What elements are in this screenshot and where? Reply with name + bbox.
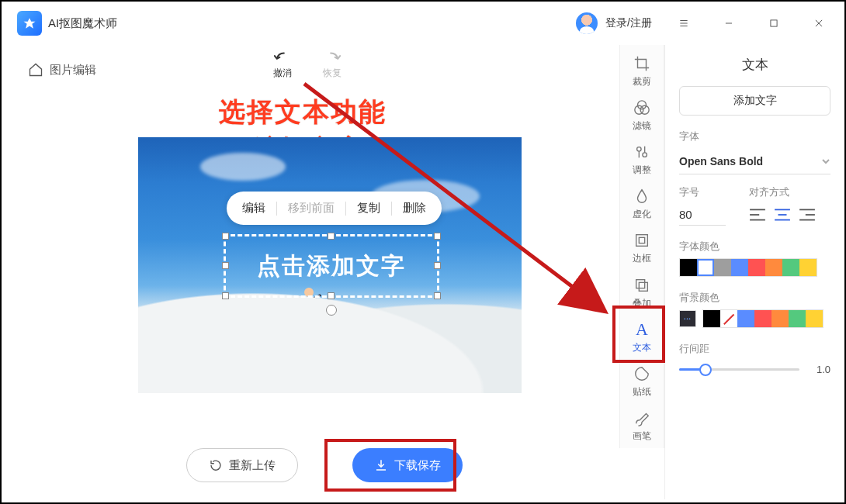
maximize-button[interactable] (761, 10, 787, 36)
align-label: 对齐方式 (749, 185, 816, 199)
reupload-button[interactable]: 重新上传 (186, 448, 298, 482)
bg-color-label: 背景颜色 (679, 291, 830, 305)
tool-filter[interactable]: 滤镜 (619, 94, 664, 138)
brush-icon (633, 409, 650, 426)
slider-knob[interactable] (699, 364, 712, 376)
tool-text[interactable]: A文本 (619, 316, 664, 360)
color-swatch[interactable] (680, 259, 697, 276)
tool-overlay[interactable]: 叠加 (619, 271, 664, 316)
app-title: AI抠图魔术师 (48, 16, 117, 31)
align-right-button[interactable] (799, 207, 816, 223)
close-button[interactable] (806, 10, 832, 36)
svg-rect-19 (636, 235, 648, 247)
resize-handle[interactable] (222, 292, 229, 299)
bg-color-picker-icon[interactable]: ••• (679, 310, 696, 327)
chevron-down-icon (821, 157, 830, 166)
resize-handle[interactable] (434, 292, 441, 299)
color-swatch[interactable] (806, 310, 823, 327)
download-save-button[interactable]: 下载保存 (352, 448, 463, 482)
reupload-label: 重新上传 (229, 458, 276, 473)
color-swatch[interactable] (771, 310, 789, 327)
undo-button[interactable]: 撤消 (273, 50, 292, 80)
color-swatch[interactable] (714, 259, 731, 276)
download-icon (374, 458, 388, 472)
text-content[interactable]: 点击添加文字 (257, 250, 406, 282)
ctx-to-front[interactable]: 移到前面 (277, 198, 345, 219)
size-label: 字号 (679, 185, 726, 199)
rotate-handle[interactable] (326, 305, 337, 316)
tool-blur[interactable]: 虚化 (619, 182, 664, 226)
color-swatch[interactable] (789, 310, 806, 327)
svg-point-16 (643, 153, 647, 157)
color-swatch[interactable] (748, 259, 765, 276)
resize-handle[interactable] (434, 233, 441, 240)
svg-point-12 (638, 101, 647, 109)
align-center-button[interactable] (774, 207, 791, 223)
download-label: 下载保存 (394, 458, 441, 473)
login-register-link[interactable]: 登录/注册 (605, 16, 652, 30)
annotation-text-1: 选择文本功能 (219, 95, 387, 130)
svg-line-10 (304, 328, 328, 336)
font-label: 字体 (679, 129, 830, 143)
svg-point-15 (637, 147, 642, 152)
user-avatar-icon[interactable] (576, 12, 598, 34)
home-icon (28, 62, 43, 78)
redo-button: 恢复 (323, 50, 342, 80)
ctx-delete[interactable]: 删除 (392, 198, 437, 219)
tool-crop[interactable]: 裁剪 (619, 50, 664, 94)
font-color-label: 字体颜色 (679, 240, 830, 254)
redo-icon (324, 50, 341, 64)
ctx-copy[interactable]: 复制 (346, 198, 391, 219)
font-size-input[interactable] (679, 204, 726, 226)
resize-handle[interactable] (328, 292, 335, 299)
svg-rect-22 (639, 282, 647, 291)
menu-button[interactable] (671, 10, 697, 36)
crop-icon (633, 55, 650, 72)
resize-handle[interactable] (328, 233, 335, 240)
color-swatch[interactable] (720, 310, 737, 327)
color-swatch[interactable] (731, 259, 748, 276)
resize-handle[interactable] (222, 233, 229, 240)
svg-line-9 (289, 325, 312, 333)
color-swatch[interactable] (799, 259, 817, 276)
bg-color-swatches (702, 309, 823, 328)
ctx-edit[interactable]: 编辑 (231, 198, 276, 219)
tool-sticker[interactable]: 贴纸 (619, 360, 664, 404)
tool-strip: 裁剪 滤镜 调整 虚化 边框 叠加 A文本 贴纸 画笔 (619, 45, 664, 448)
align-left-button[interactable] (749, 207, 766, 223)
text-icon: A (636, 321, 648, 338)
panel-title: 文本 (679, 56, 830, 74)
text-selection-box[interactable]: 点击添加文字 (224, 234, 439, 298)
filter-icon (633, 99, 650, 116)
svg-rect-20 (639, 238, 644, 243)
svg-marker-0 (24, 18, 36, 29)
refresh-icon (209, 458, 223, 472)
tool-brush[interactable]: 画笔 (619, 404, 664, 448)
add-text-button[interactable]: 添加文字 (679, 86, 830, 116)
resize-handle[interactable] (222, 262, 229, 269)
adjust-icon (633, 143, 650, 161)
color-swatch[interactable] (782, 259, 799, 276)
line-height-slider[interactable] (679, 362, 799, 376)
breadcrumb[interactable]: 图片编辑 (28, 62, 96, 78)
color-swatch[interactable] (737, 310, 754, 327)
minimize-button[interactable] (716, 10, 742, 36)
decorative-cloud (200, 153, 286, 181)
color-swatch[interactable] (697, 259, 714, 276)
color-swatch[interactable] (754, 310, 771, 327)
line-height-label: 行间距 (679, 342, 830, 356)
undo-redo-bar: 撤消 恢复 (273, 50, 342, 80)
font-color-swatches (679, 258, 817, 277)
color-swatch[interactable] (765, 259, 782, 276)
align-center-icon (774, 207, 791, 223)
align-left-icon (749, 207, 766, 223)
resize-handle[interactable] (434, 262, 441, 269)
color-swatch[interactable] (703, 310, 720, 327)
svg-point-14 (640, 105, 649, 114)
tool-adjust[interactable]: 调整 (619, 138, 664, 182)
text-context-toolbar: 编辑 移到前面 复制 删除 (227, 192, 442, 225)
tool-border[interactable]: 边框 (619, 226, 664, 271)
line-height-value: 1.0 (807, 364, 830, 375)
overlay-icon (633, 277, 650, 294)
font-select[interactable]: Open Sans Bold (679, 148, 830, 174)
